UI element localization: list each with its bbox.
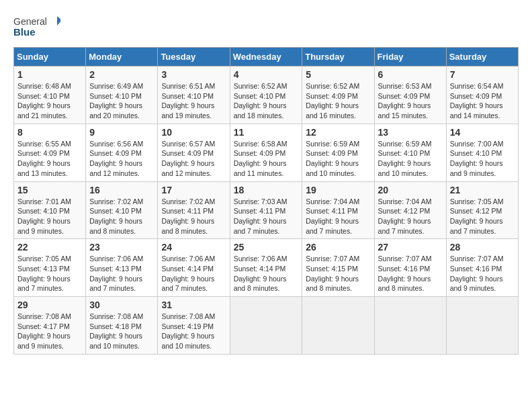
day-detail: Sunrise: 7:07 AMSunset: 4:16 PMDaylight:… (378, 254, 443, 293)
day-number: 31 (161, 300, 226, 310)
calendar-cell: 22Sunrise: 7:05 AMSunset: 4:13 PMDayligh… (14, 239, 86, 297)
calendar-cell: 20Sunrise: 7:04 AMSunset: 4:12 PMDayligh… (374, 181, 446, 239)
day-detail: Sunrise: 7:07 AMSunset: 4:15 PMDaylight:… (306, 254, 370, 293)
day-detail: Sunrise: 7:04 AMSunset: 4:11 PMDaylight:… (306, 197, 370, 236)
day-detail: Sunrise: 7:02 AMSunset: 4:10 PMDaylight:… (89, 197, 154, 236)
weekday-header: Thursday (302, 48, 374, 66)
weekday-header: Monday (86, 48, 158, 66)
calendar-week-row: 8Sunrise: 6:55 AMSunset: 4:09 PMDaylight… (14, 124, 519, 181)
calendar-cell: 14Sunrise: 7:00 AMSunset: 4:10 PMDayligh… (446, 124, 518, 181)
svg-marker-2 (57, 16, 60, 26)
day-number: 17 (161, 185, 226, 195)
day-detail: Sunrise: 6:52 AMSunset: 4:10 PMDaylight:… (234, 81, 299, 121)
day-number: 13 (378, 127, 443, 138)
logo-svg: General Blue (13, 13, 60, 40)
day-number: 10 (161, 127, 226, 138)
calendar-cell: 13Sunrise: 6:59 AMSunset: 4:10 PMDayligh… (374, 124, 446, 181)
calendar-cell: 3Sunrise: 6:51 AMSunset: 4:10 PMDaylight… (158, 66, 230, 124)
calendar-cell: 9Sunrise: 6:56 AMSunset: 4:09 PMDaylight… (86, 124, 158, 181)
calendar-cell: 7Sunrise: 6:54 AMSunset: 4:09 PMDaylight… (446, 66, 518, 124)
calendar-cell: 1Sunrise: 6:48 AMSunset: 4:10 PMDaylight… (14, 66, 86, 124)
calendar-cell: 17Sunrise: 7:02 AMSunset: 4:11 PMDayligh… (158, 181, 230, 239)
calendar-cell: 31Sunrise: 7:08 AMSunset: 4:19 PMDayligh… (158, 297, 230, 355)
calendar-week-row: 22Sunrise: 7:05 AMSunset: 4:13 PMDayligh… (14, 239, 519, 297)
calendar-cell: 27Sunrise: 7:07 AMSunset: 4:16 PMDayligh… (374, 239, 446, 297)
day-detail: Sunrise: 7:06 AMSunset: 4:14 PMDaylight:… (161, 254, 226, 293)
day-number: 15 (17, 185, 82, 195)
day-detail: Sunrise: 7:01 AMSunset: 4:10 PMDaylight:… (17, 197, 82, 236)
day-detail: Sunrise: 6:51 AMSunset: 4:10 PMDaylight:… (161, 81, 226, 121)
day-detail: Sunrise: 7:00 AMSunset: 4:10 PMDaylight:… (450, 139, 515, 179)
calendar-cell: 21Sunrise: 7:05 AMSunset: 4:12 PMDayligh… (446, 181, 518, 239)
day-number: 23 (89, 242, 154, 253)
day-detail: Sunrise: 6:53 AMSunset: 4:09 PMDaylight:… (378, 81, 443, 121)
day-detail: Sunrise: 6:49 AMSunset: 4:10 PMDaylight:… (89, 81, 154, 121)
calendar-cell: 16Sunrise: 7:02 AMSunset: 4:10 PMDayligh… (86, 181, 158, 239)
weekday-header: Wednesday (230, 48, 302, 66)
day-number: 12 (306, 127, 370, 138)
day-number: 24 (161, 242, 226, 253)
day-detail: Sunrise: 6:59 AMSunset: 4:09 PMDaylight:… (306, 139, 370, 179)
calendar-cell (446, 297, 518, 355)
day-detail: Sunrise: 7:04 AMSunset: 4:12 PMDaylight:… (378, 197, 443, 236)
calendar-cell: 28Sunrise: 7:07 AMSunset: 4:16 PMDayligh… (446, 239, 518, 297)
day-number: 18 (234, 185, 299, 195)
calendar-cell: 4Sunrise: 6:52 AMSunset: 4:10 PMDaylight… (230, 66, 302, 124)
day-detail: Sunrise: 7:06 AMSunset: 4:13 PMDaylight:… (89, 254, 154, 293)
day-number: 7 (450, 69, 515, 80)
day-number: 22 (17, 242, 82, 253)
calendar-cell: 5Sunrise: 6:52 AMSunset: 4:09 PMDaylight… (302, 66, 374, 124)
day-detail: Sunrise: 6:58 AMSunset: 4:09 PMDaylight:… (234, 139, 299, 179)
day-number: 27 (378, 242, 443, 253)
calendar-week-row: 15Sunrise: 7:01 AMSunset: 4:10 PMDayligh… (14, 181, 519, 239)
day-number: 3 (161, 69, 226, 80)
day-number: 29 (17, 300, 82, 310)
day-detail: Sunrise: 7:06 AMSunset: 4:14 PMDaylight:… (234, 254, 299, 293)
day-detail: Sunrise: 7:05 AMSunset: 4:12 PMDaylight:… (450, 197, 515, 236)
page-header: General Blue (13, 13, 519, 40)
day-detail: Sunrise: 7:08 AMSunset: 4:17 PMDaylight:… (17, 312, 82, 351)
calendar-week-row: 1Sunrise: 6:48 AMSunset: 4:10 PMDaylight… (14, 66, 519, 124)
day-number: 6 (378, 69, 443, 80)
day-number: 14 (450, 127, 515, 138)
calendar-header-row: SundayMondayTuesdayWednesdayThursdayFrid… (14, 48, 519, 66)
day-number: 1 (17, 69, 82, 80)
calendar-cell: 19Sunrise: 7:04 AMSunset: 4:11 PMDayligh… (302, 181, 374, 239)
calendar-cell: 8Sunrise: 6:55 AMSunset: 4:09 PMDaylight… (14, 124, 86, 181)
day-detail: Sunrise: 6:48 AMSunset: 4:10 PMDaylight:… (17, 81, 82, 121)
day-number: 16 (89, 185, 154, 195)
day-detail: Sunrise: 7:02 AMSunset: 4:11 PMDaylight:… (161, 197, 226, 236)
calendar-cell: 24Sunrise: 7:06 AMSunset: 4:14 PMDayligh… (158, 239, 230, 297)
calendar-cell (374, 297, 446, 355)
day-number: 26 (306, 242, 370, 253)
day-number: 20 (378, 185, 443, 195)
calendar-cell: 11Sunrise: 6:58 AMSunset: 4:09 PMDayligh… (230, 124, 302, 181)
calendar-cell: 15Sunrise: 7:01 AMSunset: 4:10 PMDayligh… (14, 181, 86, 239)
day-detail: Sunrise: 7:08 AMSunset: 4:18 PMDaylight:… (89, 312, 154, 351)
day-detail: Sunrise: 6:55 AMSunset: 4:09 PMDaylight:… (17, 139, 82, 179)
weekday-header: Tuesday (158, 48, 230, 66)
day-number: 19 (306, 185, 370, 195)
day-detail: Sunrise: 7:07 AMSunset: 4:16 PMDaylight:… (450, 254, 515, 293)
day-number: 5 (306, 69, 370, 80)
day-number: 11 (234, 127, 299, 138)
calendar-week-row: 29Sunrise: 7:08 AMSunset: 4:17 PMDayligh… (14, 297, 519, 355)
day-detail: Sunrise: 7:05 AMSunset: 4:13 PMDaylight:… (17, 254, 82, 293)
day-number: 9 (89, 127, 154, 138)
day-number: 28 (450, 242, 515, 253)
calendar-cell: 12Sunrise: 6:59 AMSunset: 4:09 PMDayligh… (302, 124, 374, 181)
weekday-header: Friday (374, 48, 446, 66)
calendar-cell: 23Sunrise: 7:06 AMSunset: 4:13 PMDayligh… (86, 239, 158, 297)
day-number: 25 (234, 242, 299, 253)
day-detail: Sunrise: 7:03 AMSunset: 4:11 PMDaylight:… (234, 197, 299, 236)
day-detail: Sunrise: 6:56 AMSunset: 4:09 PMDaylight:… (89, 139, 154, 179)
weekday-header: Saturday (446, 48, 518, 66)
svg-text:Blue: Blue (13, 26, 36, 38)
logo: General Blue (13, 13, 60, 40)
day-detail: Sunrise: 6:52 AMSunset: 4:09 PMDaylight:… (306, 81, 370, 121)
calendar-cell: 6Sunrise: 6:53 AMSunset: 4:09 PMDaylight… (374, 66, 446, 124)
day-detail: Sunrise: 7:08 AMSunset: 4:19 PMDaylight:… (161, 312, 226, 351)
day-number: 30 (89, 300, 154, 310)
calendar-cell (230, 297, 302, 355)
calendar-cell: 2Sunrise: 6:49 AMSunset: 4:10 PMDaylight… (86, 66, 158, 124)
